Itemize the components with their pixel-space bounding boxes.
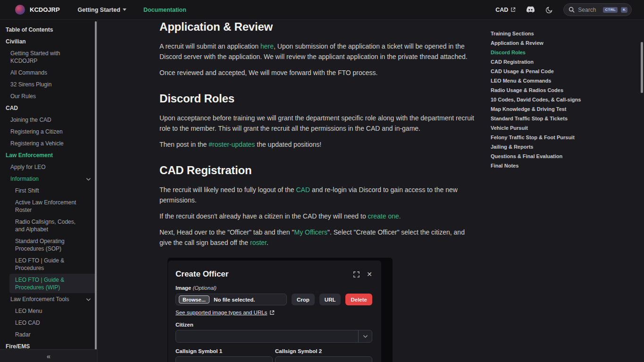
citizen-select[interactable] <box>176 330 372 343</box>
sidebar-item-leo-cad[interactable]: LEO CAD <box>0 317 97 328</box>
search-input[interactable]: Search CTRL K <box>563 3 632 16</box>
site-logo <box>15 5 25 15</box>
toc-item-map-knowledge[interactable]: Map Knowledge & Driving Test <box>491 107 632 112</box>
heading-application-review: Application & Review <box>159 20 477 34</box>
link-my-officers[interactable]: My Officers <box>294 228 327 236</box>
create-officer-modal: Create Officer ✕ Image (Optional) Browse… <box>168 261 381 362</box>
link-cad[interactable]: CAD <box>296 186 310 194</box>
sidebar-item-active-le-roster[interactable]: Active Law Enforcement Roster <box>0 196 97 216</box>
search-placeholder: Search <box>578 7 596 13</box>
sidebar-item-information[interactable]: Information <box>0 173 97 185</box>
sidebar-item-getting-started[interactable]: Getting Started with KCDOJRP <box>0 47 97 67</box>
sidebar-item-registering-a-citizen[interactable]: Registering a Citizen <box>0 126 97 137</box>
image-file-input[interactable]: Browse... No file selected. <box>176 294 287 305</box>
nav-getting-started[interactable]: Getting Started <box>78 7 126 13</box>
modal-title: Create Officer <box>176 269 353 279</box>
search-icon <box>569 7 575 13</box>
sidebar-item-first-shift[interactable]: First Shift <box>0 185 97 196</box>
sidebar-item-leo-fto-guide[interactable]: LEO FTO | Guide & Procedures <box>0 254 97 274</box>
sidebar-item-registering-a-vehicle[interactable]: Registering a Vehicle <box>0 137 97 149</box>
expand-icon[interactable] <box>353 271 360 278</box>
no-file-text: No file selected. <box>214 297 255 303</box>
sidebar-section-law-enforcement[interactable]: Law Enforcement <box>0 149 97 161</box>
sidebar-item-radio-callsigns[interactable]: Radio Callsigns, Codes, and Alphabet <box>0 216 97 235</box>
callsign1-input[interactable] <box>176 356 273 362</box>
nav-documentation[interactable]: Documentation <box>143 7 186 13</box>
chevron-down-icon <box>358 330 372 342</box>
toc-item-standard-traffic-stop[interactable]: Standard Traffic Stop & Tickets <box>491 116 632 121</box>
kbd-ctrl: CTRL <box>603 7 618 13</box>
link-here[interactable]: here <box>260 42 274 50</box>
sidebar-item-radar[interactable]: Radar <box>0 328 97 340</box>
paragraph: If the recruit doesn't already have a ci… <box>159 211 477 221</box>
sidebar-collapse-button[interactable]: « <box>0 349 97 362</box>
callsign2-label: Callsign Symbol 2 <box>275 348 372 354</box>
sidebar-item-joining-the-cad[interactable]: Joining the CAD <box>0 114 97 126</box>
url-button[interactable]: URL <box>319 294 341 305</box>
paragraph: Next, Head over to the "Officer" tab and… <box>159 227 477 248</box>
paragraph: Upon acceptance before training we will … <box>159 113 477 134</box>
toc-item-cad-usage-penal-code[interactable]: CAD Usage & Penal Code <box>491 69 632 74</box>
navbar-right: CAD Search CTRL K <box>495 3 632 16</box>
paragraph: The recruit will likely need to fully lo… <box>159 185 477 205</box>
callsign2-input[interactable] <box>275 356 372 362</box>
sidebar-scrollbar[interactable] <box>95 21 97 357</box>
heading-discord-roles: Discord Roles <box>159 92 477 105</box>
toc-item-training-sections[interactable]: Training Sections <box>491 31 632 36</box>
paragraph: Then post in the #roster-updates the upd… <box>159 139 477 150</box>
sidebar-item-law-enforcement-tools[interactable]: Law Enforcement Tools <box>0 293 97 305</box>
sidebar-item-sop[interactable]: Standard Operating Procedures (SOP) <box>0 235 97 254</box>
crop-button[interactable]: Crop <box>292 294 315 305</box>
chevron-down-icon <box>123 8 126 11</box>
chevron-down-icon <box>86 297 91 302</box>
paragraph: A recruit will submit an application her… <box>159 41 477 62</box>
window-scrollbar[interactable] <box>641 42 643 93</box>
toc-item-vehicle-pursuit[interactable]: Vehicle Pursuit <box>491 126 632 131</box>
citizen-label: Citizen <box>176 322 372 328</box>
sidebar-item-our-rules[interactable]: Our Rules <box>0 90 97 102</box>
theme-toggle-moon-icon[interactable] <box>545 6 553 14</box>
page-outline: Training Sections Application & Review D… <box>491 31 632 173</box>
toc-item-final-notes[interactable]: Final Notes <box>491 163 632 168</box>
doc-content: Application & Review A recruit will subm… <box>159 20 477 362</box>
brand-title[interactable]: KCDOJRP <box>30 6 60 13</box>
toc-item-10-codes[interactable]: 10 Codes, David Codes, & Call-signs <box>491 97 632 102</box>
kbd-k: K <box>621 7 627 13</box>
link-roster-updates[interactable]: #roster-updates <box>209 141 255 148</box>
close-icon[interactable]: ✕ <box>367 270 372 278</box>
chevron-down-icon <box>86 177 91 182</box>
nav-cad-external-link[interactable]: CAD <box>495 7 516 13</box>
image-field-label: Image (Optional) <box>176 285 372 291</box>
link-roster[interactable]: roster <box>250 239 267 246</box>
sidebar-item-32-sirens-plugin[interactable]: 32 Sirens Plugin <box>0 78 97 90</box>
navbar: KCDOJRP Getting Started Documentation CA… <box>0 0 644 20</box>
sidebar-nav: Table of Contents Civilian Getting Start… <box>0 20 98 362</box>
create-officer-screenshot: Create Officer ✕ Image (Optional) Browse… <box>167 258 393 362</box>
external-link-icon <box>269 310 275 315</box>
sidebar-section-cad[interactable]: CAD <box>0 102 97 114</box>
toc-item-radio-usage-codes[interactable]: Radio Usage & Radios Codes <box>491 88 632 93</box>
sidebar-item-leo-menu[interactable]: LEO Menu <box>0 305 97 317</box>
callsign1-label: Callsign Symbol 1 <box>176 348 273 354</box>
supported-image-types-link[interactable]: See supported image types and URLs <box>176 310 267 315</box>
sidebar-item-table-of-contents[interactable]: Table of Contents <box>0 24 97 35</box>
link-create-one[interactable]: create one. <box>368 212 401 220</box>
toc-item-jailing-reports[interactable]: Jailing & Reports <box>491 144 632 150</box>
external-link-icon <box>510 7 516 12</box>
sidebar-section-civilian[interactable]: Civilian <box>0 35 97 47</box>
delete-button[interactable]: Delete <box>345 294 372 305</box>
paragraph: Once reviewed and accepted, We will move… <box>159 67 477 78</box>
sidebar-item-leo-fto-guide-wip[interactable]: LEO FTO | Guide & Procedures (WIP) <box>9 274 96 293</box>
toc-item-application-review[interactable]: Application & Review <box>491 41 632 46</box>
toc-item-leo-menu-commands[interactable]: LEO Menu & Commands <box>491 78 632 84</box>
toc-item-cad-registration[interactable]: CAD Registration <box>491 59 632 65</box>
toc-item-felony-traffic-stop[interactable]: Felony Traffic Stop & Foot Pursuit <box>491 135 632 140</box>
collapse-icon: « <box>47 352 50 360</box>
sidebar-item-all-commands[interactable]: All Commands <box>0 67 97 78</box>
toc-item-questions-final-eval[interactable]: Questions & Final Evaluation <box>491 154 632 159</box>
browse-button[interactable]: Browse... <box>179 295 209 303</box>
heading-cad-registration: CAD Registration <box>159 164 477 177</box>
toc-item-discord-roles[interactable]: Discord Roles <box>491 50 632 55</box>
sidebar-item-apply-for-leo[interactable]: Apply for LEO <box>0 161 97 173</box>
discord-icon[interactable] <box>526 6 535 13</box>
